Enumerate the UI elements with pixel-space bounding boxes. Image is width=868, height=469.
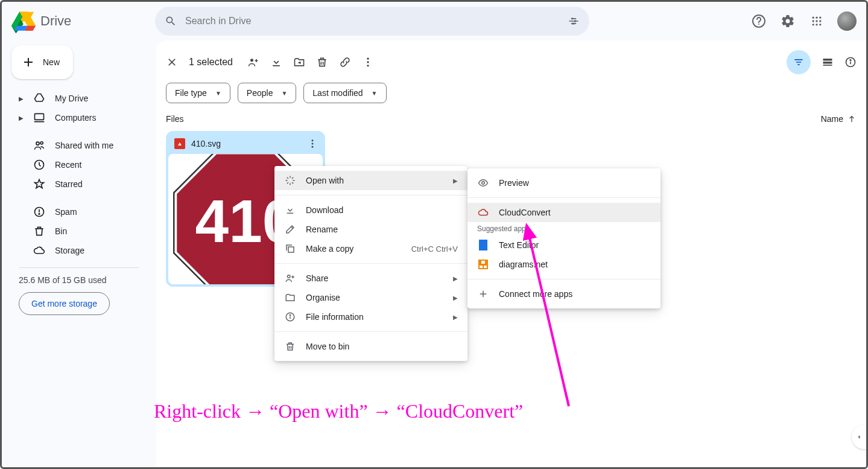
- search-input[interactable]: [185, 16, 559, 27]
- menu-file-info[interactable]: File information ▶: [274, 307, 467, 327]
- svg-point-47: [482, 182, 485, 185]
- file-name: 410.svg: [191, 139, 301, 148]
- sidebar-item-storage[interactable]: Storage: [11, 241, 147, 260]
- selection-count: 1 selected: [189, 57, 233, 68]
- chevron-right-icon: ▶: [453, 275, 458, 282]
- menu-move-to-bin[interactable]: Move to bin: [274, 337, 467, 356]
- chevron-down-icon: ▼: [372, 90, 378, 97]
- close-selection-icon[interactable]: [166, 56, 178, 68]
- new-button[interactable]: New: [11, 45, 73, 79]
- svg-rect-43: [288, 247, 294, 252]
- svg-point-19: [813, 24, 814, 25]
- svg-point-13: [813, 17, 814, 19]
- account-avatar[interactable]: [837, 11, 857, 31]
- download-icon[interactable]: [270, 50, 282, 74]
- selection-toolbar: 1 selected: [166, 48, 857, 77]
- app-name: Drive: [40, 13, 71, 29]
- cloudconvert-icon: [477, 207, 489, 218]
- menu-rename[interactable]: Rename: [274, 220, 467, 239]
- header-icons: [737, 9, 857, 33]
- filter-view-icon[interactable]: [787, 50, 811, 74]
- move-icon[interactable]: [293, 50, 305, 74]
- menu-share[interactable]: Share ▶: [274, 269, 467, 288]
- chevron-right-icon: ▶: [453, 314, 458, 321]
- svg-point-27: [39, 214, 40, 215]
- chip-file-type[interactable]: File type▼: [166, 83, 230, 103]
- svg-point-29: [367, 58, 369, 60]
- sidebar-item-starred[interactable]: Starred: [11, 174, 147, 194]
- sidebar-item-shared[interactable]: Shared with me: [11, 136, 147, 155]
- svg-rect-34: [823, 65, 832, 66]
- sidebar-item-mydrive[interactable]: ▶ My Drive: [11, 89, 147, 108]
- link-icon[interactable]: [339, 50, 351, 74]
- submenu-diagrams[interactable]: diagrams.net: [467, 255, 661, 274]
- submenu-preview[interactable]: Preview: [467, 173, 661, 193]
- sidebar-item-spam[interactable]: Spam: [11, 202, 147, 222]
- storage-area: 25.6 MB of 15 GB used Get more storage: [11, 260, 147, 320]
- chevron-down-icon: ▼: [215, 90, 221, 97]
- settings-icon[interactable]: [776, 9, 800, 33]
- submenu-cloudconvert[interactable]: CloudConvert: [467, 203, 661, 222]
- shared-icon: [33, 139, 45, 152]
- menu-make-copy[interactable]: Make a copy Ctrl+C Ctrl+V: [274, 239, 467, 258]
- menu-organise[interactable]: Organise ▶: [274, 288, 467, 307]
- chip-last-modified[interactable]: Last modified▼: [303, 83, 386, 103]
- rename-icon: [284, 224, 296, 235]
- list-view-icon[interactable]: [822, 50, 834, 74]
- recent-icon: [33, 159, 45, 171]
- sidebar-item-recent[interactable]: Recent: [11, 155, 147, 174]
- file-more-icon[interactable]: [307, 138, 318, 149]
- sidebar-item-label: Recent: [55, 160, 81, 170]
- sort-by-label[interactable]: Name: [821, 114, 843, 124]
- starred-icon: [33, 178, 45, 190]
- apps-icon[interactable]: [805, 9, 829, 33]
- svg-point-20: [816, 24, 817, 25]
- storage-icon: [33, 244, 45, 257]
- svg-rect-50: [481, 261, 485, 264]
- svg-point-39: [312, 146, 314, 148]
- svg-point-36: [850, 60, 851, 61]
- chevron-right-icon: ▶: [453, 177, 458, 184]
- support-icon[interactable]: [747, 9, 771, 33]
- svg-point-37: [312, 139, 314, 141]
- svg-point-16: [813, 20, 814, 22]
- annotation-text: Right-click → “Open with” → “CloudConver…: [154, 400, 523, 423]
- menu-download[interactable]: Download: [274, 200, 467, 220]
- submenu-connect-more[interactable]: Connect more apps: [467, 284, 661, 304]
- arrow-up-icon[interactable]: [847, 114, 857, 124]
- svg-point-17: [816, 20, 817, 22]
- get-more-storage-button[interactable]: Get more storage: [19, 292, 110, 315]
- chevron-right-icon: ▶: [453, 295, 458, 301]
- delete-icon[interactable]: [316, 50, 328, 74]
- info-icon[interactable]: [844, 50, 857, 74]
- svg-point-21: [819, 24, 821, 25]
- storage-usage-text: 25.6 MB of 15 GB used: [19, 275, 139, 285]
- svg-point-38: [312, 143, 314, 145]
- sidebar-item-label: Storage: [55, 246, 84, 255]
- svg-point-31: [367, 65, 369, 66]
- spam-icon: [33, 206, 45, 218]
- svg-rect-22: [35, 113, 44, 120]
- open-with-submenu: Preview CloudConvert Suggested apps Text…: [467, 168, 661, 308]
- app-header: Drive: [2, 2, 866, 40]
- share-icon[interactable]: [247, 50, 259, 74]
- search-bar[interactable]: [155, 7, 589, 36]
- menu-open-with[interactable]: Open with ▶: [274, 171, 467, 190]
- svg-point-28: [250, 59, 253, 62]
- more-icon[interactable]: [362, 50, 374, 74]
- bin-icon: [33, 225, 45, 237]
- sidebar-item-label: Starred: [55, 179, 83, 189]
- svg-rect-52: [484, 266, 487, 268]
- submenu-text-editor[interactable]: Text Editor: [467, 235, 661, 255]
- context-menu: Open with ▶ Download Rename Make a copy …: [274, 166, 467, 361]
- svg-point-18: [819, 20, 821, 22]
- logo-area[interactable]: Drive: [11, 9, 155, 33]
- sidebar-item-bin[interactable]: Bin: [11, 222, 147, 241]
- chip-people[interactable]: People▼: [238, 83, 297, 103]
- sidebar-item-computers[interactable]: ▶ Computers: [11, 108, 147, 127]
- svg-point-44: [288, 275, 291, 278]
- drive-logo-icon: [11, 9, 36, 33]
- search-options-icon[interactable]: [568, 15, 580, 27]
- sidebar-item-label: My Drive: [55, 94, 88, 103]
- sidebar-item-label: Spam: [55, 207, 77, 217]
